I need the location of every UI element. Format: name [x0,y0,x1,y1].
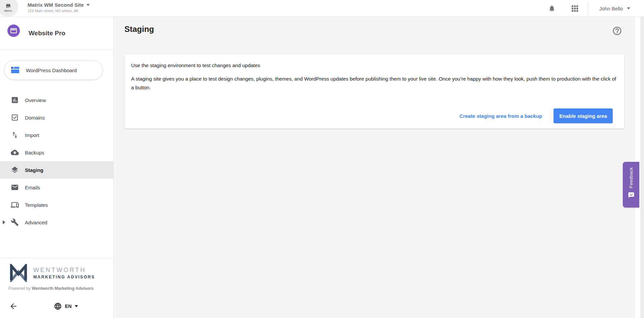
help-button[interactable] [612,26,623,37]
sidebar-item-label: Domains [25,115,45,121]
sidebar-item-label: Templates [25,202,48,208]
wordpress-dashboard-button[interactable]: WordPress Dashboard [4,60,103,80]
sidebar: Website Pro WordPress Dashboard Overview… [0,17,114,318]
chevron-down-icon [86,4,90,6]
layers-icon [11,166,19,174]
site-name: Matrix WM Second Site [28,2,84,8]
apps-button[interactable] [569,3,580,14]
page-title: Staging [124,25,154,34]
sidebar-item-label: Backups [25,150,44,155]
app-title: Website Pro [29,30,65,37]
menu-button-label: Menu [4,9,12,12]
apps-grid-icon [572,5,578,12]
domain-check-icon [11,113,19,122]
app-window: Menu Matrix WM Second Site 123 Main stre… [0,0,644,318]
dashboard-icon [11,67,19,74]
sidebar-item-label: Import [25,132,39,138]
brand-name-line1: WENTWORTH [33,267,95,274]
card-actions: Create staging area from a backup Enable… [457,108,613,123]
feedback-tab[interactable]: Feedback [623,162,639,208]
topbar-divider [588,1,588,15]
top-bar: Menu Matrix WM Second Site 123 Main stre… [0,0,644,17]
sidebar-item-label: Emails [25,185,40,190]
powered-by-text: Powered by Wentworth Marketing Advisors [8,286,93,291]
sidebar-nav: Overview Domains Import Backups [0,91,113,231]
window-edge [641,0,644,318]
cloud-backup-icon [11,148,19,156]
site-address: 123 Main street, NO where, AK [28,9,90,13]
create-staging-from-backup-button[interactable]: Create staging area from a backup [457,110,545,122]
user-menu[interactable]: John Bello [595,0,634,17]
mail-icon [11,183,19,191]
sidebar-item-label: Advanced [25,220,47,225]
wrench-icon [11,218,19,226]
storefront-icon [5,3,11,9]
wordpress-dashboard-label: WordPress Dashboard [26,67,77,73]
enable-staging-area-button[interactable]: Enable staging area [554,108,613,123]
expand-arrow-icon[interactable] [3,220,5,224]
notifications-button[interactable] [546,3,558,14]
app-header: Website Pro [0,17,113,50]
feedback-chat-icon [628,192,635,198]
arrow-back-icon [9,302,18,311]
globe-icon [54,302,62,310]
sidebar-item-emails[interactable]: Emails [0,179,113,196]
sidebar-item-domains[interactable]: Domains [0,109,113,126]
card-body-text: A staging site gives you a place to test… [131,75,617,92]
brand-name-line2: MARKETING ADVISORS [33,275,95,279]
sidebar-item-templates[interactable]: Templates [0,196,113,214]
bell-icon [548,5,556,12]
sidebar-item-advanced[interactable]: Advanced [0,214,113,231]
card-heading: Use the staging environment to test chan… [131,62,260,68]
menu-button[interactable]: Menu [0,0,18,17]
chevron-down-icon [627,7,630,9]
bar-chart-icon [11,96,19,104]
website-pro-logo-icon [7,25,20,37]
devices-icon [11,201,19,209]
sidebar-footer-divider [0,258,113,258]
language-selector[interactable]: EN [54,301,78,312]
sidebar-item-label: Overview [25,97,46,103]
brand-logo: WENTWORTH MARKETING ADVISORS [8,264,95,282]
chevron-down-icon [75,305,78,307]
sidebar-item-backups[interactable]: Backups [0,144,113,161]
wentworth-monogram-icon [8,264,29,282]
site-selector[interactable]: Matrix WM Second Site 123 Main street, N… [28,2,90,13]
user-name: John Bello [599,6,623,11]
help-icon [612,26,622,36]
language-code: EN [65,304,72,309]
back-button[interactable] [8,301,19,312]
sidebar-item-staging[interactable]: Staging [0,161,113,179]
feedback-label: Feedback [629,167,634,188]
sidebar-item-import[interactable]: Import [0,126,113,144]
sidebar-item-label: Staging [25,167,43,173]
import-export-icon [11,131,19,139]
staging-card: Use the staging environment to test chan… [124,54,624,129]
sidebar-item-overview[interactable]: Overview [0,91,113,109]
